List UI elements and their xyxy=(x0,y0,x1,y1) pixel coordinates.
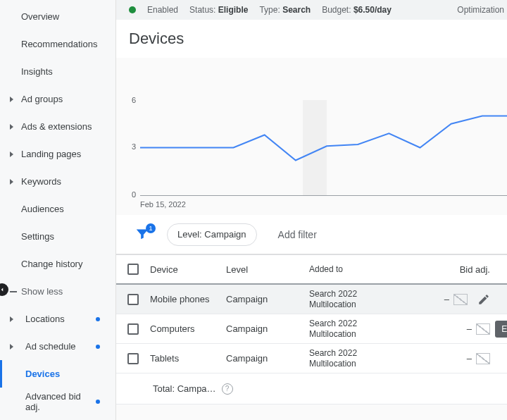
nav-change-history[interactable]: Change history xyxy=(0,250,115,278)
row-checkbox[interactable] xyxy=(127,294,139,305)
ytick: 6 xyxy=(132,96,136,104)
cell-added-to: Search 2022 Multilocation xyxy=(309,319,399,340)
main: Enabled Status: Eligible Type: Search Bu… xyxy=(116,0,507,420)
ytick: 0 xyxy=(132,190,136,199)
edit-tooltip: Edit xyxy=(495,321,507,338)
xtick-start: Feb 15, 2022 xyxy=(140,200,186,209)
status-status: Status: Eligible xyxy=(189,5,248,15)
nav-label: Overview xyxy=(21,11,59,22)
table-total-row: Total: Campa… ? xyxy=(116,373,507,404)
cell-device: Computers xyxy=(150,323,226,334)
filter-bar: 1 Level: Campaign Add filter xyxy=(116,215,507,254)
nav-label: Landing pages xyxy=(21,149,81,159)
cell-level: Campaign xyxy=(226,323,309,334)
filter-icon[interactable]: 1 xyxy=(134,226,151,243)
nav-advanced-bid-adj[interactable]: Advanced bid adj. xyxy=(0,388,115,415)
add-filter-button[interactable]: Add filter xyxy=(278,229,317,240)
chevron-right-icon xyxy=(10,316,13,322)
col-device[interactable]: Device xyxy=(150,264,226,275)
nav-audiences[interactable]: Audiences xyxy=(0,195,115,223)
total-label: Total: Campa… xyxy=(153,383,216,394)
chevron-right-icon xyxy=(10,124,13,130)
nav-settings[interactable]: Settings xyxy=(0,223,115,250)
table-row[interactable]: Tablets Campaign Search 2022 Multilocati… xyxy=(116,344,507,373)
status-enabled: Enabled xyxy=(147,5,178,15)
show-less-label: Show less xyxy=(21,286,63,297)
status-budget: Budget: $6.50/day xyxy=(322,5,392,15)
indicator-dot-icon xyxy=(96,317,100,321)
nav-ad-schedule[interactable]: Ad schedule xyxy=(0,333,115,360)
no-bid-icon xyxy=(476,323,490,335)
nav-overview[interactable]: Overview xyxy=(0,3,115,30)
edit-icon[interactable] xyxy=(477,293,490,306)
chart-area: 6 3 0 Feb 15, 2022 xyxy=(116,58,507,195)
select-all-checkbox[interactable] xyxy=(127,264,139,275)
x-axis xyxy=(140,195,507,196)
status-bar: Enabled Status: Eligible Type: Search Bu… xyxy=(116,0,507,20)
nav-devices[interactable]: Devices xyxy=(0,360,115,388)
table-header: Device Level Added to Bid adj. xyxy=(116,255,507,285)
nav-label: Locations xyxy=(25,314,65,324)
status-dot-icon xyxy=(129,6,136,13)
cell-level: Campaign xyxy=(226,353,309,364)
cell-bid-adj[interactable]: – xyxy=(399,293,507,306)
col-level[interactable]: Level xyxy=(226,264,309,275)
nav-label: Recommendations xyxy=(21,39,97,49)
cell-added-to: Search 2022 Multilocation xyxy=(309,348,399,369)
ytick: 3 xyxy=(132,142,136,151)
cell-device: Mobile phones xyxy=(150,294,226,304)
status-type: Type: Search xyxy=(259,5,311,15)
nav-label: Ads & extensions xyxy=(21,121,92,132)
nav-locations[interactable]: Locations xyxy=(0,305,115,333)
no-bid-icon xyxy=(476,353,490,364)
filter-count-badge: 1 xyxy=(146,223,156,233)
nav-ads-extensions[interactable]: Ads & extensions xyxy=(0,113,115,140)
cell-added-to: Search 2022 Multilocation xyxy=(309,289,399,310)
cell-device: Tablets xyxy=(150,353,226,364)
nav-recommendations[interactable]: Recommendations xyxy=(0,30,115,58)
line-chart[interactable]: 6 3 0 Feb 15, 2022 xyxy=(132,58,507,195)
nav-label: Ad groups xyxy=(21,94,63,104)
nav-label: Ad schedule xyxy=(25,341,76,352)
devices-table: Device Level Added to Bid adj. Mobile ph… xyxy=(116,254,507,404)
nav-keywords[interactable]: Keywords xyxy=(0,168,115,195)
table-row[interactable]: Mobile phones Campaign Search 2022 Multi… xyxy=(116,285,507,314)
chevron-right-icon xyxy=(10,152,13,157)
indicator-dot-icon xyxy=(96,345,100,349)
nav-label: Insights xyxy=(21,66,53,77)
nav-label: Advanced bid adj. xyxy=(25,391,96,412)
filter-chip-level[interactable]: Level: Campaign xyxy=(167,223,257,246)
indicator-dot-icon xyxy=(96,400,100,404)
nav-label: Keywords xyxy=(21,176,61,187)
row-checkbox[interactable] xyxy=(127,353,139,364)
col-added-to[interactable]: Added to xyxy=(309,264,399,275)
status-optimization: Optimization xyxy=(457,5,507,15)
nav-landing-pages[interactable]: Landing pages xyxy=(0,140,115,168)
table-row[interactable]: Computers Campaign Search 2022 Multiloca… xyxy=(116,314,507,344)
nav-label: Change history xyxy=(21,259,82,269)
nav-label: Audiences xyxy=(21,204,64,214)
nav-insights[interactable]: Insights xyxy=(0,58,115,85)
no-bid-icon xyxy=(453,294,468,305)
chevron-right-icon xyxy=(10,179,13,185)
page-title: Devices xyxy=(116,20,507,58)
chart-svg xyxy=(140,100,507,195)
cell-bid-adj[interactable]: – Edit xyxy=(399,323,507,335)
chevron-right-icon xyxy=(10,97,13,102)
row-checkbox[interactable] xyxy=(127,323,139,335)
cell-level: Campaign xyxy=(226,294,309,304)
nav-label: Devices xyxy=(25,369,60,379)
show-less-button[interactable]: Show less xyxy=(0,278,115,305)
sidebar: Overview Recommendations Insights Ad gro… xyxy=(0,0,116,420)
cell-bid-adj[interactable]: – xyxy=(399,353,507,364)
nav-label: Settings xyxy=(21,231,54,242)
nav-ad-groups[interactable]: Ad groups xyxy=(0,85,115,113)
col-bid-adj[interactable]: Bid adj. xyxy=(399,264,507,275)
minus-icon xyxy=(10,291,17,292)
chevron-right-icon xyxy=(10,344,13,350)
info-icon[interactable]: ? xyxy=(222,383,233,395)
